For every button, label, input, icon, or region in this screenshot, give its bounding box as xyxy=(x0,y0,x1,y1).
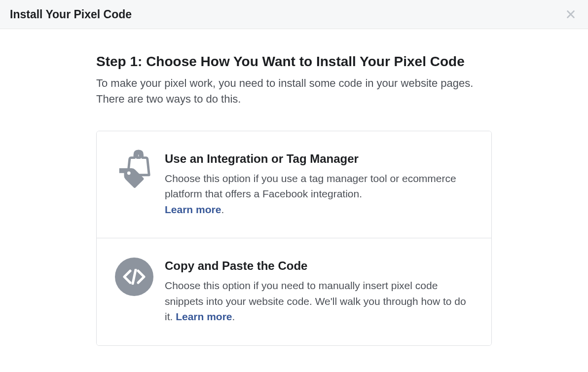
close-button[interactable] xyxy=(563,7,578,22)
option-manual-body: Copy and Paste the Code Choose this opti… xyxy=(165,257,474,325)
options-container: Use an Integration or Tag Manager Choose… xyxy=(96,131,492,346)
modal-title: Install Your Pixel Code xyxy=(10,8,132,21)
content-area: Step 1: Choose How You Want to Install Y… xyxy=(0,29,588,346)
step-title: Step 1: Choose How You Want to Install Y… xyxy=(96,54,492,70)
svg-point-2 xyxy=(127,171,131,175)
step-description: To make your pixel work, you need to ins… xyxy=(96,75,492,107)
option-manual-description: Choose this option if you need to manual… xyxy=(165,278,474,325)
option-integration-body: Use an Integration or Tag Manager Choose… xyxy=(165,150,474,218)
option-manual-title: Copy and Paste the Code xyxy=(165,259,474,273)
learn-more-link-manual[interactable]: Learn more xyxy=(176,311,232,322)
code-icon xyxy=(114,257,154,297)
learn-more-link-integration[interactable]: Learn more xyxy=(165,204,221,215)
option-manual[interactable]: Copy and Paste the Code Choose this opti… xyxy=(97,238,491,345)
option-integration-description: Choose this option if you use a tag mana… xyxy=(165,171,474,218)
modal-header: Install Your Pixel Code xyxy=(0,0,588,29)
shopping-tag-icon xyxy=(114,150,154,189)
option-integration[interactable]: Use an Integration or Tag Manager Choose… xyxy=(97,131,491,238)
option-integration-title: Use an Integration or Tag Manager xyxy=(165,152,474,166)
svg-line-3 xyxy=(133,270,136,284)
